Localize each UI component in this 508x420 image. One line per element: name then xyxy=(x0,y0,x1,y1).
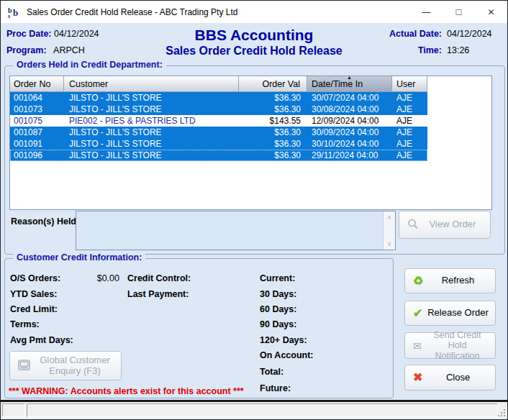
column-header-date-time-in-label: Date/Time In xyxy=(312,79,363,89)
magnifier-icon xyxy=(407,218,419,232)
cell-order-val: $36.30 xyxy=(239,150,307,161)
column-header-date-time-in[interactable]: ▲ Date/Time In xyxy=(307,76,392,92)
cell-user: AJE xyxy=(392,138,427,150)
cell-order-no: 001073 xyxy=(10,104,64,115)
cell-customer: PIE002 - PIES & PASTRIES LTD xyxy=(64,115,239,127)
refresh-button[interactable]: ♻ Refresh xyxy=(404,268,496,293)
credit-info-group-title: Customer Credit Information: xyxy=(13,252,145,262)
window-title: Sales Order Credit Hold Release - ABC Tr… xyxy=(27,7,237,17)
column-header-user[interactable]: User xyxy=(392,76,427,92)
60-days-label: 60 Days: xyxy=(260,304,296,314)
minimize-button[interactable]: — xyxy=(410,1,443,23)
actual-date-label: Actual Date: xyxy=(389,29,442,39)
cell-order-no: 001091 xyxy=(10,138,64,150)
proc-date-field: Proc Date: 04/12/2024 xyxy=(6,29,99,39)
ytd-sales-label: YTD Sales: xyxy=(10,289,57,299)
cell-order-val: $36.30 xyxy=(239,127,307,138)
status-panel-main xyxy=(27,403,498,417)
orders-group-title: Orders Held in Credit Department: xyxy=(13,60,166,70)
order-row[interactable]: 001075 PIE002 - PIES & PASTRIES LTD $143… xyxy=(10,115,491,127)
order-row[interactable]: 001064 JILSTO - JILL'S STORE $36.30 30/0… xyxy=(10,92,427,104)
cell-order-val: $143.55 xyxy=(239,115,307,127)
status-panel-left xyxy=(2,403,25,417)
app-title: BBS Accounting xyxy=(116,27,392,44)
cell-user: AJE xyxy=(392,104,427,115)
cell-order-no: 001064 xyxy=(10,92,64,104)
30-days-label: 30 Days: xyxy=(260,289,296,299)
column-header-order-no[interactable]: Order No xyxy=(10,76,64,92)
screen-title: Sales Order Credit Hold Release xyxy=(116,45,392,58)
os-orders-value: $0.00 xyxy=(65,273,119,283)
cell-date-time-in: 12/09/2024 04:00 xyxy=(307,115,392,127)
cell-customer: JILSTO - JILL'S STORE xyxy=(64,150,239,161)
maximize-button[interactable]: □ xyxy=(443,1,475,23)
cell-date-time-in: 30/09/2024 04:00 xyxy=(307,127,392,138)
os-orders-label: O/S Orders: xyxy=(10,273,60,283)
cell-order-val: $36.30 xyxy=(239,104,307,115)
program-field: Program: ARPCH xyxy=(6,45,85,55)
refresh-recycle-icon: ♻ xyxy=(413,275,423,287)
app-window: b s b Sales Order Credit Hold Release - … xyxy=(0,0,508,420)
time-label: Time: xyxy=(389,45,442,55)
cell-customer: JILSTO - JILL'S STORE xyxy=(64,104,239,115)
program-label: Program: xyxy=(6,45,47,55)
cell-date-time-in: 29/11/2024 04:00 xyxy=(307,150,392,161)
cell-customer: JILSTO - JILL'S STORE xyxy=(64,92,239,104)
account-alert-warning: *** WARNING: Accounts alerts exist for t… xyxy=(9,386,244,396)
120-days-label: 120+ Days: xyxy=(260,335,307,345)
reasons-held-textarea[interactable]: ∧ ∨ xyxy=(76,211,396,250)
avg-pmt-days-label: Avg Pmt Days: xyxy=(10,335,73,345)
reasons-scrollbar[interactable]: ∧ ∨ xyxy=(383,211,395,250)
cell-customer: JILSTO - JILL'S STORE xyxy=(64,127,239,138)
resize-grip[interactable] xyxy=(497,408,506,417)
view-order-button[interactable]: View Order xyxy=(399,211,491,239)
grid-header: Order No Customer Order Val ▲ Date/Time … xyxy=(10,76,491,92)
90-days-label: 90 Days: xyxy=(260,319,296,329)
on-account-label: On Account: xyxy=(260,350,314,360)
close-window-button[interactable]: ✕ xyxy=(475,1,507,23)
close-x-icon: ✖ xyxy=(413,372,422,383)
bbs-logo-icon: b s b xyxy=(7,6,22,19)
program-value: ARPCH xyxy=(53,45,85,55)
global-customer-enquiry-button[interactable]: Global Customer Enquiry (F3) xyxy=(9,351,122,380)
cell-date-time-in: 30/10/2024 04:00 xyxy=(307,138,392,150)
sort-ascending-icon: ▲ xyxy=(347,76,352,81)
title-bar: b s b Sales Order Credit Hold Release - … xyxy=(1,1,507,23)
order-row[interactable]: 001096 JILSTO - JILL'S STORE $36.30 29/1… xyxy=(10,150,427,161)
terms-label: Terms: xyxy=(10,319,40,329)
reasons-held-label: Reason(s) Held: xyxy=(11,216,79,227)
cell-user: AJE xyxy=(392,150,427,161)
cred-limit-label: Cred Limit: xyxy=(10,304,58,314)
future-label: Future: xyxy=(260,383,291,393)
status-bar xyxy=(1,402,507,419)
release-order-button[interactable]: ✔ Release Order xyxy=(404,301,496,326)
cell-user: AJE xyxy=(392,115,427,127)
send-credit-hold-notification-button[interactable]: ✉ Send Credit Hold Notification xyxy=(404,332,496,359)
scroll-down-icon[interactable]: ∨ xyxy=(384,240,395,247)
scroll-up-icon[interactable]: ∧ xyxy=(384,214,395,221)
close-button[interactable]: ✖ Close xyxy=(404,365,496,391)
credit-control-label: Credit Control: xyxy=(127,273,191,283)
orders-grid: Order No Customer Order Val ▲ Date/Time … xyxy=(9,76,492,210)
cell-user: AJE xyxy=(392,92,427,104)
cell-order-val: $36.30 xyxy=(239,138,307,150)
cell-order-no: 001075 xyxy=(10,115,64,127)
column-header-order-val[interactable]: Order Val xyxy=(239,76,307,92)
order-row[interactable]: 001087 JILSTO - JILL'S STORE $36.30 30/0… xyxy=(10,127,427,138)
cell-order-no: 001087 xyxy=(10,127,64,138)
cell-user: AJE xyxy=(392,127,427,138)
svg-text:s: s xyxy=(8,13,10,19)
order-row[interactable]: 001091 JILSTO - JILL'S STORE $36.30 30/1… xyxy=(10,138,427,150)
cell-date-time-in: 30/07/2024 04:00 xyxy=(307,92,392,104)
cell-customer: JILSTO - JILL'S STORE xyxy=(64,138,239,150)
order-row[interactable]: 001073 JILSTO - JILL'S STORE $36.30 30/0… xyxy=(10,104,427,115)
actual-date-time: Actual Date: 04/12/2024 Time: 13:26 xyxy=(389,29,502,55)
svg-text:b: b xyxy=(13,7,18,18)
column-header-customer[interactable]: Customer xyxy=(64,76,239,92)
proc-date-value: 04/12/2024 xyxy=(54,29,99,39)
checkmark-icon: ✔ xyxy=(413,308,422,319)
cell-order-val: $36.30 xyxy=(239,92,307,104)
cell-order-no: 001096 xyxy=(10,150,64,161)
time-value: 13:26 xyxy=(447,45,502,55)
total-label: Total: xyxy=(260,367,284,377)
